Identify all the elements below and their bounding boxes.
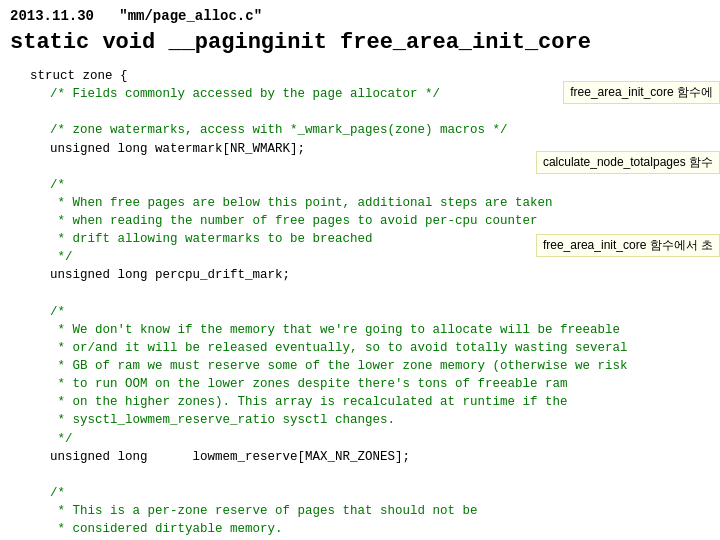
annotation-3: free_area_init_core 함수에서 초 bbox=[536, 234, 720, 257]
code-line bbox=[10, 466, 710, 484]
annotation-2: calculate_node_totalpages 함수 bbox=[536, 151, 720, 174]
annotation-1: free_area_init_core 함수에 bbox=[563, 81, 720, 104]
code-line: * when reading the number of free pages … bbox=[10, 212, 710, 230]
code-line: /* bbox=[10, 303, 710, 321]
code-line: * or/and it will be released eventually,… bbox=[10, 339, 710, 357]
code-line: unsigned long lowmem_reserve[MAX_NR_ZONE… bbox=[10, 448, 710, 466]
code-line: * considered dirtyable memory. bbox=[10, 520, 710, 538]
date-text: 2013.11.30 bbox=[10, 8, 94, 24]
code-line bbox=[10, 103, 710, 121]
code-line: */ bbox=[10, 430, 710, 448]
code-block: struct zone {/* Fields commonly accessed… bbox=[0, 63, 720, 540]
code-area: struct zone {/* Fields commonly accessed… bbox=[0, 63, 720, 540]
code-line bbox=[10, 285, 710, 303]
code-line: /* bbox=[10, 176, 710, 194]
code-line: * We don't know if the memory that we're… bbox=[10, 321, 710, 339]
code-line: * This is a per-zone reserve of pages th… bbox=[10, 502, 710, 520]
code-line: /* zone watermarks, access with *_wmark_… bbox=[10, 121, 710, 139]
header-date: 2013.11.30 "mm/page_alloc.c" bbox=[0, 0, 720, 26]
code-line: * sysctl_lowmem_reserve_ratio sysctl cha… bbox=[10, 411, 710, 429]
code-line: /* bbox=[10, 484, 710, 502]
filename-text: "mm/page_alloc.c" bbox=[119, 8, 262, 24]
code-line: * to run OOM on the lower zones despite … bbox=[10, 375, 710, 393]
page-container: 2013.11.30 "mm/page_alloc.c" static void… bbox=[0, 0, 720, 540]
function-signature: static void __paginginit free_area_init_… bbox=[0, 26, 720, 63]
code-line: * GB of ram we must reserve some of the … bbox=[10, 357, 710, 375]
code-line: unsigned long percpu_drift_mark; bbox=[10, 266, 710, 284]
code-line: * When free pages are below this point, … bbox=[10, 194, 710, 212]
code-line: * on the higher zones). This array is re… bbox=[10, 393, 710, 411]
